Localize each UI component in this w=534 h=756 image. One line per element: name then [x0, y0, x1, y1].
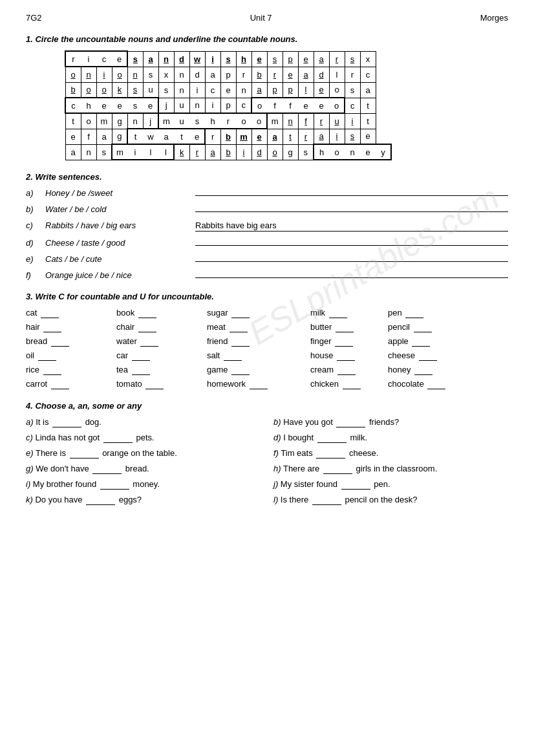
countable-blank	[140, 336, 158, 347]
countable-item: chair	[116, 322, 207, 332]
countable-word: milk	[310, 308, 325, 318]
countable-item: honey	[388, 365, 465, 375]
countable-item: finger	[310, 336, 388, 347]
choose-blank	[103, 433, 133, 443]
grid-cell: b	[220, 144, 236, 160]
grid-cell: s	[158, 82, 174, 98]
grid-cell: o	[65, 67, 81, 82]
grid-cell: u	[329, 113, 345, 129]
grid-cell: i	[236, 144, 251, 160]
sentence-label: a)	[26, 188, 45, 198]
choose-label: d)	[273, 433, 281, 442]
grid-cell: r	[267, 67, 283, 82]
grid-cell: s	[220, 51, 236, 67]
choose-label: g)	[26, 464, 34, 473]
countable-item: book	[116, 308, 207, 318]
choose-label: b)	[273, 417, 281, 427]
grid-cell: o	[81, 113, 96, 129]
grid-cell: s	[345, 51, 360, 67]
grid-cell: f	[267, 98, 283, 113]
countable-word: tea	[116, 365, 128, 374]
grid-cell: n	[127, 67, 143, 82]
grid-cell: l	[329, 67, 345, 82]
choose-item: b) Have you got friends?	[273, 417, 508, 427]
countable-word: homework	[207, 379, 246, 389]
choose-item: d) I bought milk.	[273, 433, 508, 443]
sentence-label: f)	[26, 270, 45, 280]
grid-cell: e	[314, 82, 329, 98]
grid-cell: t	[360, 113, 376, 129]
grid-cell: k	[174, 144, 189, 160]
countable-item: chocolate	[388, 379, 465, 389]
grid-cell: b	[251, 67, 267, 82]
choose-label: c)	[26, 433, 33, 442]
grid-cell: k	[112, 82, 127, 98]
sentence-prompt: Orange juice / be / nice	[45, 270, 187, 280]
choose-item: j) My sister found pen.	[273, 479, 508, 490]
answer-line	[195, 245, 508, 246]
grid-cell: r	[220, 113, 236, 129]
grid-cell: a	[251, 82, 267, 98]
grid-cell: e	[283, 67, 298, 82]
sentence-prompt: Honey / be /sweet	[45, 188, 187, 198]
countable-word: friend	[207, 336, 228, 346]
grid-cell: f	[283, 98, 298, 113]
countable-item: water	[116, 336, 207, 347]
grid-cell: p	[220, 67, 236, 82]
grid-cell: d	[189, 67, 205, 82]
grid-cell: p	[283, 51, 298, 67]
grid-cell: d	[314, 67, 329, 82]
answer-line	[195, 261, 508, 262]
countable-item: meat	[207, 322, 310, 332]
countable-blank	[51, 336, 69, 347]
grid-cell: s	[298, 144, 314, 160]
grid-cell: c	[345, 98, 360, 113]
sentence-label: c)	[26, 221, 45, 230]
grid-cell: e	[360, 144, 376, 160]
grid-cell: m	[96, 113, 112, 129]
countable-item: pen	[388, 308, 465, 318]
grid-cell: e	[112, 98, 127, 113]
countable-item: milk	[310, 308, 388, 318]
grid-cell: n	[283, 113, 298, 129]
grid-cell: s	[127, 98, 143, 113]
grid-cell: d	[251, 144, 267, 160]
grid-cell: a	[96, 129, 112, 144]
countable-item: apple	[388, 336, 465, 347]
choose-item: a) It is dog.	[26, 417, 261, 427]
word-search-grid: ricesandwishespearsxonionsxndaprbreadlrc…	[65, 50, 392, 160]
grid-cell: e	[251, 51, 267, 67]
sentence-line: f)Orange juice / be / nice	[26, 270, 508, 280]
grid-cell: e	[96, 98, 112, 113]
grid-cell: j	[158, 98, 174, 113]
countable-word: chocolate	[388, 379, 424, 389]
grid-cell: a	[267, 129, 283, 144]
answer-line	[195, 211, 508, 212]
grid-cell: t	[127, 129, 143, 144]
countable-blank	[132, 351, 150, 361]
countable-word: house	[310, 351, 333, 360]
grid-cell: n	[81, 67, 96, 82]
countable-blank	[224, 351, 242, 361]
grid-cell: e	[220, 82, 236, 98]
section3: 3. Write C for countable and U for uncou…	[26, 292, 508, 389]
grid-cell: s	[143, 67, 158, 82]
grid-cell: x	[360, 51, 376, 67]
choose-label: e)	[26, 448, 34, 458]
countable-blank	[43, 322, 61, 332]
countable-word: honey	[388, 365, 411, 374]
grid-cell: o	[96, 82, 112, 98]
countable-item: house	[310, 351, 388, 361]
section2-title: 2. Write sentences.	[26, 172, 508, 182]
countable-item: sugar	[207, 308, 310, 318]
grid-cell: w	[143, 129, 158, 144]
section1: 1. Circle the uncountable nouns and unde…	[26, 34, 508, 160]
grid-cell: y	[376, 144, 391, 160]
grid-cell: b	[65, 82, 81, 98]
countable-word: meat	[207, 322, 226, 332]
choose-item: l) Is there pencil on the desk?	[273, 495, 508, 505]
countable-blank	[337, 351, 355, 361]
grid-cell: l	[158, 144, 174, 160]
choose-blank	[317, 433, 347, 443]
sentence-line: d)Cheese / taste / good	[26, 238, 508, 248]
